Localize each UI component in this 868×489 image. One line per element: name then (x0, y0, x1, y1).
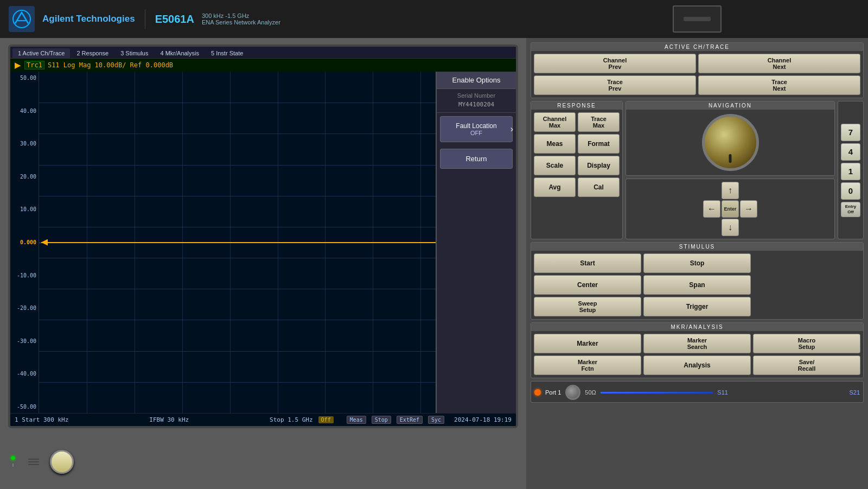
navigation-knob[interactable] (702, 114, 759, 171)
sweep-setup-button[interactable]: SweepSetup (534, 297, 641, 316)
port-impedance: 50Ω (585, 389, 596, 396)
port1-connector (565, 385, 580, 400)
floppy-drive (673, 5, 722, 33)
trace-max-button[interactable]: TraceMax (578, 112, 620, 132)
num-4-button[interactable]: 4 (841, 143, 860, 161)
arrow-up-button[interactable]: ↑ (722, 182, 739, 199)
panel-title: Enable Options (437, 72, 516, 89)
status-off-badge: Off (318, 416, 334, 423)
format-button[interactable]: Format (578, 134, 620, 154)
display-button[interactable]: Display (578, 156, 620, 175)
mkr-analysis-section: MKR/ANALYSIS Marker MarkerSearch MacroSe… (531, 322, 864, 378)
ag-empty-tr (740, 182, 757, 199)
status-stop: Stop 1.5 GHz (270, 416, 312, 423)
marker-search-button[interactable]: MarkerSearch (643, 334, 751, 353)
status-ifbw: IFBW 30 kHz (74, 416, 264, 423)
cal-button[interactable]: Cal (578, 177, 620, 197)
agilent-logo-icon (9, 6, 35, 32)
knob-indicator (729, 154, 732, 163)
arrow-pad-section: ↑ ← Enter → ↓ (626, 179, 835, 239)
serial-number-value: MY44100204 (437, 100, 516, 113)
span-button[interactable]: Span (643, 275, 751, 295)
enter-button[interactable]: Enter (722, 200, 739, 218)
num-0-button[interactable]: 0 (841, 182, 860, 200)
channel-max-button[interactable]: ChannelMax (534, 112, 576, 132)
active-ch-trace-title: ACTIVE CH/TRACE (531, 43, 863, 51)
entry-off-button[interactable]: EntryOff (841, 202, 860, 217)
port1-label: Port 1 (545, 389, 561, 396)
power-led-label: I (12, 462, 14, 468)
status-start: 1 Start 300 kHz (15, 416, 68, 423)
fault-location-button[interactable]: Fault Location OFF › (440, 116, 513, 142)
arrow-down-button[interactable]: ↓ (722, 219, 739, 236)
port-s11-label: S11 (717, 389, 728, 396)
marker-fctn-button[interactable]: MarkerFctn (534, 355, 641, 375)
channel-prev-button[interactable]: ChannelPrev (534, 54, 696, 73)
scale-button[interactable]: Scale (534, 156, 576, 175)
power-led-dot (11, 456, 15, 460)
trace-marker-icon: ▶ (15, 60, 21, 70)
ag-empty-bl (703, 219, 720, 236)
model-desc-line2: ENA Series Network Analyzer (202, 19, 280, 26)
y-axis: 50.00 40.00 30.00 20.00 10.00 0.000 -10.… (10, 72, 39, 413)
badge-syc: Syc (428, 416, 444, 424)
badge-stop: Stop (372, 416, 391, 424)
navigation-title: NAVIGATION (626, 101, 834, 110)
trace-next-button[interactable]: TraceNext (698, 75, 860, 95)
port-s11-line (601, 392, 713, 393)
trace-prev-button[interactable]: TracePrev (534, 75, 696, 95)
num-1-button[interactable]: 1 (841, 163, 860, 180)
model-desc-line1: 300 kHz -1.5 GHz (202, 12, 280, 19)
tab-active-ch[interactable]: 1 Active Ch/Trace (12, 48, 70, 58)
badge-extref: ExtRef (397, 416, 423, 424)
mkr-analysis-title: MKR/ANALYSIS (531, 323, 863, 331)
stimulus-title: STIMULUS (531, 243, 863, 251)
trace-info: S11 Log Mag 10.00dB/ Ref 0.000dB (48, 61, 173, 69)
power-indicator: I (11, 456, 15, 468)
response-title: RESPONSE (531, 101, 622, 110)
marker-button[interactable]: Marker (534, 334, 641, 353)
serial-number-label: Serial Number (437, 89, 516, 100)
tab-stimulus[interactable]: 3 Stimulus (115, 48, 154, 58)
save-recall-button[interactable]: Save/Recall (753, 355, 860, 375)
port-s21-label: S21 (849, 389, 860, 396)
port1-led (534, 389, 541, 396)
trigger-button[interactable]: Trigger (643, 297, 751, 316)
response-section: RESPONSE ChannelMax TraceMax Meas Format… (531, 101, 623, 239)
instrument-right-body: ACTIVE CH/TRACE ChannelPrev ChannelNext … (526, 38, 868, 489)
arrow-left-button[interactable]: ← (703, 200, 720, 218)
start-button[interactable]: Start (534, 253, 641, 273)
enable-options-panel: Enable Options Serial Number MY44100204 … (436, 72, 516, 413)
stop-button[interactable]: Stop (643, 253, 751, 273)
tab-response[interactable]: 2 Response (71, 48, 114, 58)
instrument-left-body: 1 Active Ch/Trace 2 Response 3 Stimulus … (0, 38, 526, 489)
vent-area (28, 459, 39, 465)
badge-meas: Meas (347, 416, 366, 424)
right-header (526, 0, 868, 38)
active-ch-trace-section: ACTIVE CH/TRACE ChannelPrev ChannelNext … (531, 42, 864, 98)
fault-location-state: OFF (444, 130, 509, 136)
arrow-right-button[interactable]: → (740, 200, 757, 218)
stimulus-section: STIMULUS Start Stop Center Span SweepSet… (531, 242, 864, 320)
tab-mkr-analysis[interactable]: 4 Mkr/Analysis (155, 48, 205, 58)
model-number: E5061A (155, 13, 194, 26)
center-button[interactable]: Center (534, 275, 641, 295)
lower-left-area: I (0, 435, 526, 489)
ag-empty-tl (703, 182, 720, 199)
num-7-button[interactable]: 7 (841, 124, 860, 141)
tab-bar: 1 Active Ch/Trace 2 Response 3 Stimulus … (10, 47, 516, 59)
trace-info-bar: ▶ Trc1 S11 Log Mag 10.00dB/ Ref 0.000dB (10, 59, 516, 72)
brand-name: Agilent Technologies (42, 14, 135, 24)
analysis-button[interactable]: Analysis (643, 355, 751, 375)
macro-setup-button[interactable]: MacroSetup (753, 334, 860, 353)
tab-instr-state[interactable]: 5 Instr State (206, 48, 248, 58)
numpad-section: 7 4 1 0 EntryOff (838, 101, 864, 239)
avg-button[interactable]: Avg (534, 177, 576, 197)
meas-button[interactable]: Meas (534, 134, 576, 154)
ag-empty-br (740, 219, 757, 236)
channel-next-button[interactable]: ChannelNext (698, 54, 860, 73)
fault-location-label: Fault Location (444, 122, 509, 130)
standby-button[interactable] (50, 450, 74, 474)
port-area: Port 1 50Ω S11 S21 (531, 381, 864, 403)
return-button[interactable]: Return (440, 149, 513, 169)
